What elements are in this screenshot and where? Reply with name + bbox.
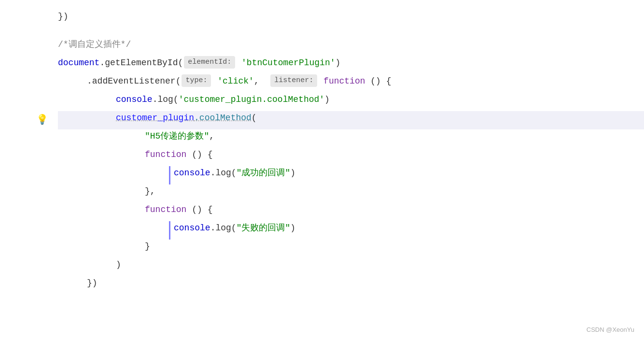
code-token: })	[87, 276, 98, 290]
code-token: function	[145, 203, 186, 217]
code-token: () {	[186, 148, 212, 162]
code-token: 'customer_plugin.coolMethod'	[179, 93, 324, 107]
line-close-brace-bracket: })	[58, 276, 644, 295]
lightbulb-icon: 💡	[36, 111, 48, 129]
code-token: customer_plugin	[116, 111, 194, 125]
code-token: )	[116, 258, 121, 272]
code-comment: /*调自定义插件*/	[58, 38, 131, 52]
code-token: "H5传递的参数"	[145, 129, 209, 143]
line-customer-plugin: 💡 customer_plugin.coolMethod(	[58, 111, 644, 129]
code-token: .addEventListener(	[87, 74, 181, 88]
code-token: 'click'	[212, 74, 253, 88]
code-token: .getElementById(	[99, 56, 183, 70]
type-tag: type:	[182, 74, 211, 87]
code-token: },	[145, 184, 155, 198]
code-token: )	[336, 56, 341, 70]
code-token: () {	[365, 74, 392, 88]
code-token: () {	[186, 203, 212, 217]
code-token: console	[116, 93, 153, 107]
code-token: )	[290, 166, 295, 180]
code-token: )	[290, 221, 295, 235]
code-token: }	[145, 240, 150, 254]
code-token: (	[252, 111, 257, 125]
line-param: "H5传递的参数",	[58, 129, 644, 148]
code-token: "成功的回调"	[237, 166, 291, 180]
line-close-brace-comma: },	[58, 184, 644, 203]
code-token: "失败的回调"	[237, 221, 291, 235]
code-token: ,	[254, 74, 269, 88]
code-token: .log(	[210, 221, 237, 235]
line-addeventlistener: .addEventListener(type: 'click', listene…	[58, 74, 644, 93]
watermark: CSDN @XeonYu	[587, 325, 634, 335]
code-token: )	[324, 93, 330, 107]
code-token: function	[318, 74, 365, 88]
code-token: .log(	[210, 166, 237, 180]
line-console-fail: console.log("失败的回调")	[58, 221, 644, 240]
code-token: document	[58, 56, 99, 70]
code-editor: }) /*调自定义插件*/ document.getElementById(el…	[0, 0, 644, 304]
code-token: .log(	[153, 93, 179, 107]
line-document-getelementbyid: document.getElementById(elementId: 'btnC…	[58, 56, 644, 74]
line-comment: /*调自定义插件*/	[58, 38, 644, 56]
line-console-success: console.log("成功的回调")	[58, 166, 644, 184]
listener-tag: listener:	[270, 74, 317, 87]
code-token: console	[174, 221, 210, 235]
line-close-brace-fail: }	[58, 240, 644, 258]
code-token: .coolMethod	[194, 111, 252, 125]
code-token: function	[145, 148, 186, 162]
line-function-fail: function () {	[58, 203, 644, 221]
code-token: console	[174, 166, 210, 180]
line-function-success: function () {	[58, 148, 644, 166]
elementid-tag: elementId:	[184, 56, 235, 69]
code-token: 'btnCutomerPlugin'	[236, 56, 335, 70]
code-token: ,	[209, 129, 214, 143]
line-closing: })	[58, 10, 644, 28]
line-empty	[58, 28, 644, 38]
line-close-paren: )	[58, 258, 644, 276]
line-console-log-1: console.log('customer_plugin.coolMethod'…	[58, 93, 644, 111]
code-token: })	[58, 10, 69, 24]
